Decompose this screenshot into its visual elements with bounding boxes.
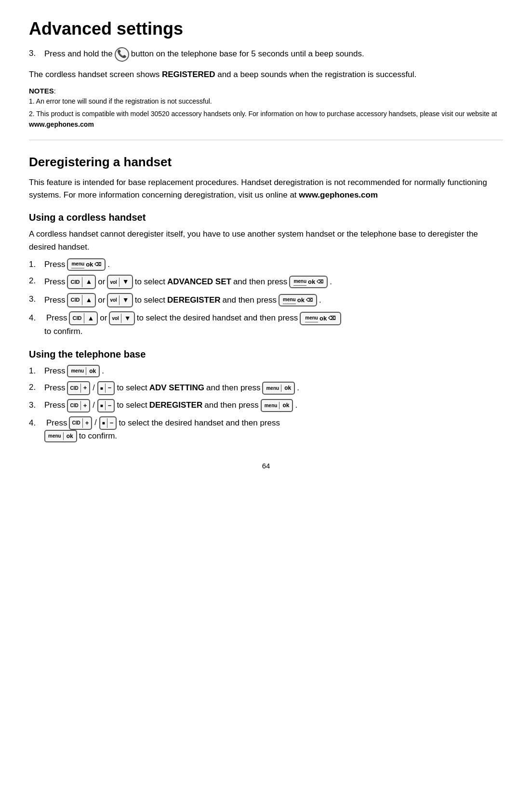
advanced-set-label-2: ADVANCED SET xyxy=(167,276,231,288)
base-step4-confirm: menu ok to confirm. xyxy=(44,430,117,443)
base-vol-minus-2: ■ − xyxy=(97,381,115,395)
base-step-content-2: Press CID + / ■ − to select ADV SETTING … xyxy=(44,381,503,395)
step-num-1: 1. xyxy=(29,258,44,271)
registered-text2: and a beep sounds when the registration … xyxy=(217,70,416,79)
cid-up-button-2: CID ▲ xyxy=(67,275,96,289)
registered-text: The cordless handset screen shows xyxy=(29,70,160,79)
registered-para: The cordless handset screen shows REGIST… xyxy=(29,68,503,81)
section-divider xyxy=(29,140,503,140)
cordless-steps: 1. Press menu ok ⌫ . 2. Press CID ▲ or v… xyxy=(29,258,503,338)
page-footer: 64 xyxy=(29,462,503,470)
page-title: Advanced settings xyxy=(29,19,503,39)
base-vol-minus-4: ■ − xyxy=(99,416,117,430)
notes-label: NOTES xyxy=(29,87,54,95)
base-step-content-1: Press menu ok . xyxy=(44,365,503,378)
step-num-3: 3. xyxy=(29,293,44,306)
vol-down-button-2: vol ▼ xyxy=(107,275,133,289)
note2-link: www.gephones.com xyxy=(29,120,94,128)
base-step-4: 4. Press CID + / ■ − to select the desir… xyxy=(29,416,503,443)
step-content-3: Press CID ▲ or vol ▼ to select DEREGISTE… xyxy=(44,293,503,307)
base-vol-minus-3: ■ − xyxy=(97,399,115,412)
registered-bold: REGISTERED xyxy=(162,70,215,79)
base-cid-plus-4: CID + xyxy=(69,416,92,430)
step-content: Press and hold the 📞 button on the telep… xyxy=(44,47,503,62)
deregister-title: Deregistering a handset xyxy=(29,155,503,170)
base-step-1: 1. Press menu ok . xyxy=(29,365,503,378)
cordless-step-2: 2. Press CID ▲ or vol ▼ to select ADVANC… xyxy=(29,275,503,289)
base-title: Using the telephone base xyxy=(29,349,503,360)
base-menu-ok-btn-4: menu ok xyxy=(44,430,77,443)
cid-up-button-4: CID ▲ xyxy=(69,311,98,326)
menu-ok-button-1: menu ok ⌫ xyxy=(67,258,106,271)
handset-base-icon: 📞 xyxy=(115,47,129,62)
note-2: 2. This product is compatible with model… xyxy=(29,109,503,130)
step-text2: button on the telephone base for 5 secon… xyxy=(131,48,364,60)
step-content-2: Press CID ▲ or vol ▼ to select ADVANCED … xyxy=(44,275,503,289)
base-step-content-3: Press CID + / ■ − to select DEREGISTER a… xyxy=(44,399,503,412)
vol-down-button-3: vol ▼ xyxy=(107,293,133,307)
cordless-step-4: 4. Press CID ▲ or vol ▼ to select the de… xyxy=(29,311,503,338)
cordless-title: Using a cordless handset xyxy=(29,212,503,223)
base-step-2: 2. Press CID + / ■ − to select ADV SETTI… xyxy=(29,381,503,395)
base-menu-ok-1: menu ok xyxy=(67,365,100,378)
menu-ok-button-3: menu ok ⌫ xyxy=(279,294,317,306)
step-content-1: Press menu ok ⌫ . xyxy=(44,258,503,271)
step4-confirm: to confirm. xyxy=(44,325,82,338)
note-1: 1. An error tone will sound if the regis… xyxy=(29,96,503,107)
base-cid-plus-2: CID + xyxy=(67,381,90,395)
cid-up-button-3: CID ▲ xyxy=(67,293,96,307)
menu-ok-button-4: menu ok ⌫ xyxy=(300,312,341,325)
base-step-num-1: 1. xyxy=(29,365,44,377)
note2-text: 2. This product is compatible with model… xyxy=(29,110,497,118)
base-step-num-2: 2. xyxy=(29,381,44,394)
deregister-link: www.gephones.com xyxy=(299,190,378,200)
page-number: 64 xyxy=(262,462,270,470)
step-num-4: 4. xyxy=(29,312,44,324)
step-text: Press and hold the xyxy=(44,48,113,60)
step-number: 3. xyxy=(29,47,44,60)
cordless-step-3: 3. Press CID ▲ or vol ▼ to select DEREGI… xyxy=(29,293,503,307)
cordless-step-1: 1. Press menu ok ⌫ . xyxy=(29,258,503,271)
base-steps: 1. Press menu ok . 2. Press CID + / ■ − … xyxy=(29,365,503,443)
base-step-3: 3. Press CID + / ■ − to select DEREGISTE… xyxy=(29,399,503,412)
cordless-para: A cordless handset cannot deregister its… xyxy=(29,228,503,253)
base-cid-plus-3: CID + xyxy=(67,399,90,412)
base-menu-ok-btn-3: menu ok xyxy=(261,399,293,412)
deregister-label-3: DEREGISTER xyxy=(167,294,221,306)
menu-ok-button-2: menu ok ⌫ xyxy=(289,276,328,288)
base-menu-ok-btn-2: menu ok xyxy=(262,382,295,395)
vol-down-button-4: vol ▼ xyxy=(109,311,134,326)
notes-block: NOTES: 1. An error tone will sound if th… xyxy=(29,86,503,130)
step-num-2: 2. xyxy=(29,275,44,287)
adv-setting-label-2: ADV SETTING xyxy=(149,382,204,394)
base-step-num-3: 3. xyxy=(29,399,44,412)
intro-step-3: 3. Press and hold the 📞 button on the te… xyxy=(29,47,503,62)
deregister-label-base-3: DEREGISTER xyxy=(149,399,203,412)
base-step-num-4: 4. xyxy=(29,417,44,429)
deregister-para: This feature is intended for base replac… xyxy=(29,176,503,202)
